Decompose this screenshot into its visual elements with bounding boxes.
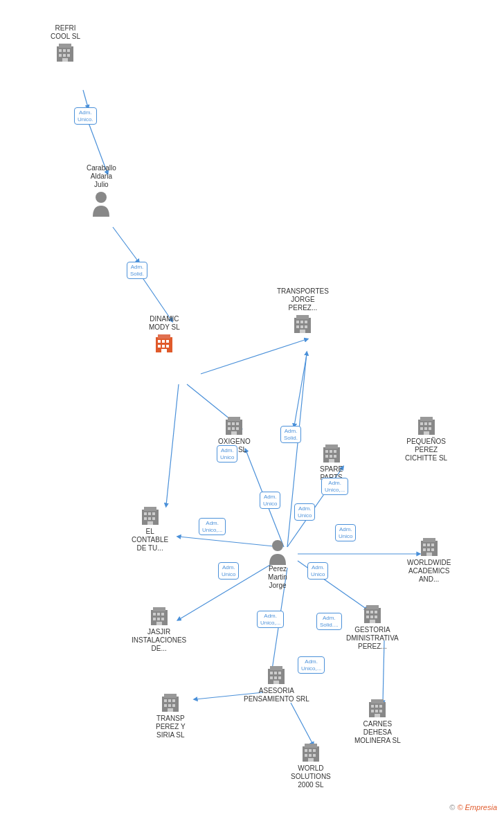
svg-line-5: [166, 384, 179, 505]
svg-rect-77: [148, 512, 151, 515]
badge-adm-contable[interactable]: Adm.Unico,...: [199, 518, 226, 535]
building-icon-carnes: [366, 698, 388, 720]
svg-rect-24: [59, 54, 62, 57]
label-perez-martin: PerezMartinJorge: [268, 565, 287, 590]
badge-adm-refricool[interactable]: Adm.Unico.: [74, 107, 97, 125]
svg-rect-82: [147, 521, 153, 525]
svg-rect-31: [158, 340, 161, 343]
node-carnes[interactable]: CARNESDEHESAMOLINERA SL: [354, 698, 401, 746]
node-jasjir[interactable]: JASJIRINSTALACIONESDE...: [132, 606, 186, 654]
building-icon-gestoria: [361, 604, 384, 626]
badge-adm-oxigeno[interactable]: Adm.Unico: [217, 445, 237, 463]
svg-rect-81: [152, 517, 155, 520]
label-dinamic: DINAMICMODY SL: [149, 315, 180, 332]
building-icon-transp-siria: [159, 692, 181, 715]
svg-rect-30: [158, 334, 170, 339]
badge-adm-unico-right[interactable]: Adm.Unico: [335, 524, 356, 541]
node-caraballo[interactable]: CaraballoAldariaJulio: [87, 164, 116, 217]
svg-rect-105: [370, 611, 373, 613]
node-gestoria[interactable]: GESTORIADMINISTRATIVAPEREZ...: [346, 604, 399, 652]
node-transportes[interactable]: TRANSPORTESJORGEPEREZ...: [277, 287, 329, 336]
svg-rect-68: [424, 422, 427, 425]
svg-rect-44: [300, 325, 303, 328]
svg-rect-132: [375, 705, 378, 708]
svg-rect-100: [161, 618, 164, 620]
badge-adm-unico-mid2[interactable]: Adm.Unico: [294, 503, 315, 521]
svg-line-11: [179, 537, 280, 547]
building-icon-oxigeno: [223, 415, 245, 438]
svg-rect-49: [228, 422, 231, 425]
svg-rect-128: [168, 708, 173, 712]
svg-rect-67: [420, 422, 423, 425]
svg-rect-92: [426, 553, 432, 556]
svg-rect-72: [429, 427, 431, 430]
svg-rect-34: [158, 345, 161, 348]
svg-rect-76: [144, 512, 147, 515]
node-asesoria[interactable]: ASESORIAPENSAMIENTO SRL: [244, 665, 309, 705]
svg-rect-114: [274, 672, 277, 674]
svg-rect-123: [168, 699, 171, 702]
svg-rect-21: [59, 49, 62, 52]
svg-rect-87: [427, 544, 430, 546]
badge-adm-spare[interactable]: Adm.Unico,...: [321, 478, 348, 495]
watermark: © © Empresia: [449, 803, 497, 811]
svg-rect-39: [296, 315, 309, 319]
svg-rect-103: [366, 605, 379, 609]
node-world-solutions[interactable]: WORLDSOLUTIONS2000 SL: [291, 742, 331, 791]
svg-line-0: [83, 90, 88, 107]
svg-rect-23: [67, 49, 70, 52]
svg-rect-41: [300, 321, 303, 323]
badge-adm-pm-left[interactable]: Adm.Unico: [218, 562, 239, 580]
svg-rect-27: [62, 58, 68, 62]
label-el-contable: ELCONTABLEDE TU...: [132, 528, 168, 553]
svg-rect-121: [164, 694, 177, 698]
svg-rect-64: [329, 459, 334, 463]
svg-rect-116: [270, 676, 273, 679]
svg-point-28: [96, 192, 107, 203]
badge-adm-pm2[interactable]: Adm.Unico,...: [257, 611, 284, 628]
node-refricool[interactable]: REFRI COOL SL: [51, 24, 80, 64]
svg-rect-118: [278, 676, 281, 679]
svg-rect-80: [148, 517, 151, 520]
svg-rect-22: [63, 49, 66, 52]
svg-rect-101: [156, 622, 162, 625]
svg-rect-127: [172, 704, 175, 707]
svg-rect-96: [157, 613, 160, 616]
badge-adm-unico-mid[interactable]: Adm.Unico: [260, 492, 280, 509]
svg-rect-112: [270, 666, 282, 670]
node-worldwide[interactable]: WORLDWIDEACADEMICSAND...: [407, 537, 451, 585]
svg-rect-91: [431, 548, 434, 551]
svg-rect-133: [379, 705, 382, 708]
svg-rect-63: [334, 455, 336, 458]
svg-rect-66: [420, 417, 433, 421]
svg-line-17: [291, 703, 313, 744]
svg-rect-53: [232, 427, 235, 430]
svg-rect-86: [423, 544, 426, 546]
svg-rect-106: [375, 611, 377, 613]
node-transp-siria[interactable]: TRANSPPEREZ YSIRIA SL: [156, 692, 186, 741]
svg-rect-70: [420, 427, 423, 430]
svg-rect-60: [334, 450, 336, 453]
svg-rect-26: [67, 54, 70, 57]
node-el-contable[interactable]: ELCONTABLEDE TU...: [132, 505, 168, 554]
node-dinamic[interactable]: DINAMICMODY SL: [149, 315, 180, 355]
svg-rect-142: [313, 749, 316, 752]
badge-adm-solid-caraballo[interactable]: Adm.Solid.: [127, 262, 147, 279]
svg-rect-130: [371, 699, 384, 703]
node-pequenos[interactable]: PEQUEÑOSPEREZCICHITTE SL: [405, 415, 447, 464]
svg-rect-54: [236, 427, 239, 430]
svg-rect-69: [429, 422, 431, 425]
svg-rect-104: [366, 611, 369, 613]
svg-rect-117: [274, 676, 277, 679]
badge-adm-solid-pm[interactable]: Adm.Solid....: [316, 613, 342, 630]
building-icon-world-solutions: [300, 742, 322, 764]
badge-adm-solid-transportes[interactable]: Adm.Solid.: [280, 426, 301, 443]
badge-adm-pm-right[interactable]: Adm.Unico: [307, 562, 328, 580]
svg-rect-52: [228, 427, 231, 430]
svg-rect-126: [168, 704, 171, 707]
node-perez-martin[interactable]: PerezMartinJorge: [267, 539, 289, 591]
svg-rect-73: [424, 431, 429, 435]
label-asesoria: ASESORIAPENSAMIENTO SRL: [244, 687, 309, 703]
watermark-brand: © Empresia: [457, 803, 497, 811]
svg-rect-146: [308, 758, 314, 762]
